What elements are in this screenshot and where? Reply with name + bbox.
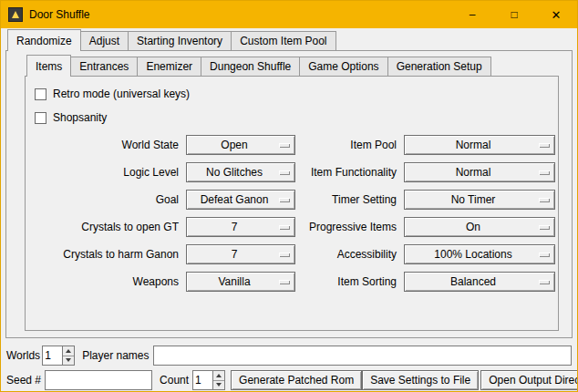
app-icon	[8, 7, 23, 22]
item-functionality-dropdown[interactable]: Normal	[404, 162, 555, 182]
options-grid: World State Open Item Pool Normal Logic …	[33, 135, 551, 292]
tab-starting-inventory[interactable]: Starting Inventory	[128, 31, 232, 50]
generate-patched-rom-button[interactable]: Generate Patched Rom	[231, 370, 362, 390]
world-state-dropdown[interactable]: Open	[186, 135, 295, 155]
logic-level-label: Logic Level	[35, 166, 179, 179]
window-title: Door Shuffle	[29, 8, 90, 21]
tab-adjust[interactable]: Adjust	[80, 31, 129, 50]
item-pool-dropdown[interactable]: Normal	[404, 135, 555, 155]
dropdown-indicator-icon	[279, 170, 290, 175]
item-sorting-label: Item Sorting	[303, 275, 397, 288]
progressive-items-label: Progressive Items	[303, 221, 397, 233]
progressive-items-dropdown[interactable]: On	[404, 217, 555, 237]
inner-tab-bar: Items Entrances Enemizer Dungeon Shuffle…	[25, 57, 559, 76]
dropdown-value: Balanced	[450, 275, 509, 288]
items-pane: Retro mode (universal keys) Shopsanity W…	[25, 76, 559, 331]
count-label: Count	[160, 374, 189, 387]
tab-generation-setup[interactable]: Generation Setup	[387, 57, 491, 76]
dropdown-value: No Glitches	[206, 166, 275, 179]
dropdown-indicator-icon	[279, 280, 290, 284]
dropdown-value: 7	[232, 221, 251, 233]
accessibility-dropdown[interactable]: 100% Locations	[404, 244, 555, 264]
dropdown-indicator-icon	[279, 198, 290, 202]
item-functionality-label: Item Functionality	[303, 166, 397, 179]
retro-mode-checkbox[interactable]: Retro mode (universal keys)	[35, 88, 551, 100]
dropdown-value: Normal	[456, 166, 504, 179]
weapons-label: Weapons	[35, 275, 179, 288]
dropdown-indicator-icon	[539, 143, 550, 148]
close-button[interactable]: ✕	[535, 1, 577, 28]
crystals-open-gt-label: Crystals to open GT	[35, 221, 179, 233]
worlds-input[interactable]	[42, 346, 62, 366]
player-names-label: Player names	[82, 349, 149, 362]
logic-level-dropdown[interactable]: No Glitches	[186, 162, 295, 182]
dropdown-value: Defeat Ganon	[201, 193, 282, 206]
dropdown-value: 100% Locations	[434, 248, 524, 261]
checkbox-label: Retro mode (universal keys)	[53, 88, 190, 100]
tab-custom-item-pool[interactable]: Custom Item Pool	[231, 31, 335, 50]
outer-tab-bar: Randomize Adjust Starting Inventory Cust…	[5, 31, 573, 50]
inner-notebook: Items Entrances Enemizer Dungeon Shuffle…	[25, 57, 559, 331]
checkbox-box-icon	[35, 112, 46, 124]
checkbox-box-icon	[35, 88, 46, 100]
seed-label: Seed #	[6, 374, 41, 387]
open-output-directory-button[interactable]: Open Output Directory	[480, 370, 578, 390]
dropdown-indicator-icon	[539, 280, 550, 284]
outer-notebook: Randomize Adjust Starting Inventory Cust…	[5, 31, 573, 338]
player-names-input[interactable]	[153, 346, 573, 366]
crystals-harm-ganon-dropdown[interactable]: 7	[186, 244, 295, 264]
randomize-pane: Items Entrances Enemizer Dungeon Shuffle…	[5, 50, 573, 338]
dropdown-value: 7	[232, 248, 251, 261]
dropdown-indicator-icon	[539, 225, 550, 230]
timer-setting-label: Timer Setting	[303, 193, 397, 206]
item-sorting-dropdown[interactable]: Balanced	[404, 272, 555, 292]
caption-buttons: – □ ✕	[451, 1, 577, 28]
tab-enemizer[interactable]: Enemizer	[137, 57, 201, 76]
dropdown-indicator-icon	[279, 253, 290, 257]
dropdown-value: Open	[221, 139, 260, 151]
tab-entrances[interactable]: Entrances	[70, 57, 138, 76]
dropdown-value: Normal	[456, 139, 504, 151]
item-pool-label: Item Pool	[303, 139, 397, 151]
dropdown-indicator-icon	[279, 143, 290, 148]
checkbox-label: Shopsanity	[53, 111, 107, 124]
world-state-label: World State	[35, 139, 179, 151]
shopsanity-checkbox[interactable]: Shopsanity	[35, 111, 551, 124]
maximize-button[interactable]: □	[493, 1, 535, 28]
tab-items[interactable]: Items	[26, 55, 71, 77]
dropdown-indicator-icon	[539, 170, 550, 175]
tab-randomize[interactable]: Randomize	[7, 29, 81, 51]
dropdown-indicator-icon	[279, 225, 290, 230]
crystals-harm-ganon-label: Crystals to harm Ganon	[35, 248, 179, 261]
dropdown-value: Vanilla	[218, 275, 263, 288]
bottom-controls: Worlds Player names Seed # Count	[1, 338, 577, 392]
timer-setting-dropdown[interactable]: No Timer	[404, 190, 555, 210]
titlebar: Door Shuffle – □ ✕	[1, 1, 577, 28]
spinner-up-button[interactable]	[213, 371, 224, 381]
count-input[interactable]	[192, 370, 212, 390]
spinner-down-button[interactable]	[213, 381, 224, 390]
weapons-dropdown[interactable]: Vanilla	[186, 272, 295, 292]
seed-input[interactable]	[45, 370, 152, 390]
worlds-label: Worlds	[6, 349, 40, 362]
worlds-spinner	[42, 346, 75, 366]
spinner-down-button[interactable]	[63, 356, 74, 366]
app-window: Door Shuffle – □ ✕ Randomize Adjust Star…	[0, 0, 578, 392]
goal-dropdown[interactable]: Defeat Ganon	[186, 190, 295, 210]
accessibility-label: Accessibility	[303, 248, 397, 261]
goal-label: Goal	[35, 193, 179, 206]
worlds-row: Worlds Player names	[6, 346, 572, 366]
minimize-button[interactable]: –	[451, 1, 493, 28]
seed-row: Seed # Count Generate Patched Rom Save S…	[6, 370, 572, 390]
save-settings-button[interactable]: Save Settings to File	[362, 370, 479, 390]
crystals-open-gt-dropdown[interactable]: 7	[186, 217, 295, 237]
dropdown-value: No Timer	[451, 193, 509, 206]
tab-game-options[interactable]: Game Options	[299, 57, 387, 76]
dropdown-value: On	[466, 221, 493, 233]
spinner-up-button[interactable]	[63, 346, 74, 356]
dropdown-indicator-icon	[539, 198, 550, 202]
dropdown-indicator-icon	[539, 253, 550, 257]
count-spinner	[192, 370, 225, 390]
tab-dungeon-shuffle[interactable]: Dungeon Shuffle	[201, 57, 300, 76]
